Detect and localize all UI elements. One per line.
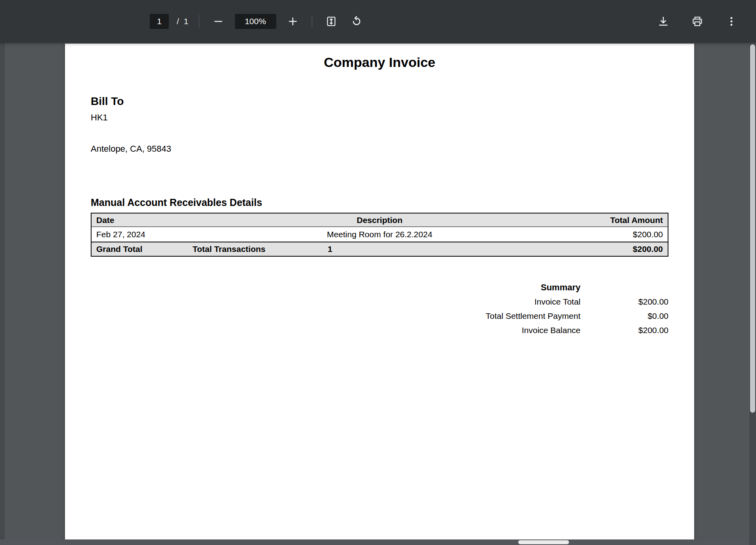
cell-total-amount: $200.00 [565,230,668,239]
vertical-scrollbar-thumb[interactable] [750,44,755,413]
pdf-viewer-window: / 1 [0,0,756,545]
receivables-table: Date Description Total Amount Feb 27, 20… [91,213,668,257]
table-footer-row: Grand Total Total Transactions 1 $200.00 [92,242,668,256]
summary-row: Total Settlement Payment $0.00 [486,309,668,323]
page-separator: / [177,17,179,26]
horizontal-scrollbar-thumb[interactable] [518,540,569,544]
more-options-button[interactable] [723,13,740,30]
kebab-menu-icon [725,15,737,27]
table-row: Feb 27, 2024 Meeting Room for 26.2.2024 … [92,227,668,242]
summary-row: Invoice Total $200.00 [535,295,668,309]
horizontal-scrollbar[interactable] [0,539,749,545]
summary-row: Invoice Balance $200.00 [522,323,668,337]
download-icon [657,15,669,27]
toolbar-divider [199,15,199,28]
print-icon [691,15,703,27]
pdf-page: Company Invoice Bill To HK1 Antelope, CA… [65,44,694,545]
rotate-button[interactable] [348,13,365,30]
invoice-total-label: Invoice Total [535,297,580,307]
summary-heading: Summary [541,282,580,293]
grand-total-label: Grand Total [92,244,193,254]
summary-heading-row: Summary [541,280,668,295]
page-total: 1 [184,17,189,26]
total-transactions-label: Total Transactions [193,244,328,254]
total-settlement-payment-label: Total Settlement Payment [486,311,580,321]
receivables-heading: Manual Account Receivables Details [91,198,668,208]
plus-icon [287,15,299,27]
cell-date: Feb 27, 2024 [92,230,195,239]
document-viewport: Company Invoice Bill To HK1 Antelope, CA… [0,43,756,545]
page-count: / 1 [177,17,189,26]
toolbar-page-zoom-controls: / 1 [150,0,365,43]
column-header-total-amount: Total Amount [565,215,668,225]
grand-total-amount: $200.00 [565,244,668,254]
table-header-row: Date Description Total Amount [92,213,668,227]
toolbar-divider [312,15,312,28]
zoom-out-button[interactable] [210,13,227,30]
print-button[interactable] [689,13,706,30]
rotate-counterclockwise-icon [351,15,363,27]
invoice-total-value: $200.00 [580,297,668,307]
zoom-level-input[interactable] [235,14,276,29]
toolbar-action-buttons [655,0,740,43]
page-number-input[interactable] [150,14,169,29]
fit-page-button[interactable] [323,13,340,30]
bill-to-heading: Bill To [91,96,668,107]
scrollbar-corner [749,539,756,545]
total-settlement-payment-value: $0.00 [580,311,668,321]
invoice-document: Company Invoice Bill To HK1 Antelope, CA… [65,55,694,337]
download-button[interactable] [655,13,672,30]
bill-to-name: HK1 [91,113,668,122]
summary-section: Summary Invoice Total $200.00 Total Sett… [91,280,668,337]
minus-icon [212,15,224,27]
invoice-balance-label: Invoice Balance [522,326,580,335]
cell-description: Meeting Room for 26.2.2024 [195,230,565,239]
zoom-in-button[interactable] [284,13,302,30]
invoice-balance-value: $200.00 [580,326,668,335]
fit-to-page-icon [325,15,337,27]
column-header-description: Description [195,215,565,225]
pdf-toolbar: / 1 [0,0,756,43]
bill-to-address: Antelope, CA, 95843 [91,145,668,153]
page-title: Company Invoice [91,55,668,69]
sidebar-edge [0,43,5,545]
vertical-scrollbar[interactable] [749,43,756,545]
total-transactions-count: 1 [328,244,565,254]
column-header-date: Date [92,215,195,225]
